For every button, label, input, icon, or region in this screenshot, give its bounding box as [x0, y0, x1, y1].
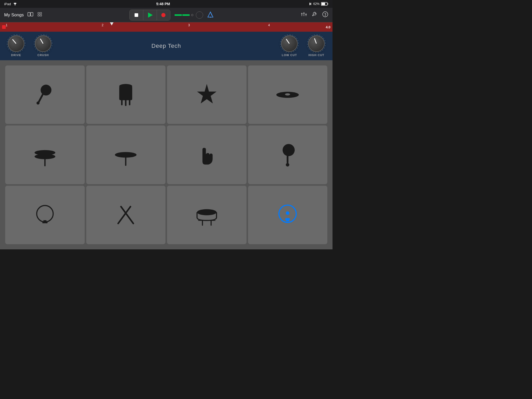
battery-label: 62% — [313, 2, 320, 6]
hihat-open-icon — [32, 142, 58, 168]
ruler-mark-3: 3 — [188, 23, 190, 27]
svg-point-23 — [36, 101, 39, 104]
pad-record-btn[interactable] — [248, 186, 328, 244]
pad-maraca2[interactable] — [248, 125, 328, 184]
bass-drum2-icon — [32, 202, 58, 228]
stop-icon — [135, 13, 138, 17]
svg-marker-10 — [208, 12, 213, 17]
svg-point-28 — [119, 84, 132, 88]
ruler: 1 2 3 4 — [6, 22, 326, 32]
pad-maraca[interactable] — [5, 65, 85, 124]
hihat-closed-icon — [113, 142, 139, 168]
my-songs-button[interactable]: My Songs — [4, 12, 24, 18]
svg-point-52 — [286, 211, 289, 215]
bluetooth-icon — [309, 2, 312, 6]
pad-hand-stop[interactable] — [167, 125, 247, 184]
toolbar: My Songs — [0, 8, 332, 22]
view-single-button[interactable] — [28, 12, 33, 18]
record-button[interactable] — [157, 10, 170, 20]
wifi-icon — [13, 2, 17, 5]
drive-knob[interactable] — [8, 35, 24, 52]
svg-line-43 — [118, 207, 131, 224]
instrument-header: DRIVE CRUSH Deep Tech LOW CUT HIGH CUT — [0, 32, 332, 60]
transport-controls — [129, 10, 214, 21]
svg-line-44 — [121, 207, 134, 224]
instrument-name-display: Deep Tech — [62, 43, 271, 49]
svg-point-31 — [285, 93, 290, 95]
hand-stop-icon — [194, 142, 220, 168]
timeline[interactable]: 1 2 3 4 4.0 — [0, 22, 332, 32]
svg-line-11 — [210, 12, 212, 16]
svg-point-0 — [15, 5, 16, 5]
playhead — [110, 22, 114, 25]
drive-label: DRIVE — [11, 54, 21, 57]
low-cut-label: LOW CUT — [282, 54, 297, 57]
transport-group — [129, 10, 170, 21]
pad-bass-drum2[interactable] — [5, 186, 85, 244]
svg-rect-41 — [43, 220, 46, 222]
status-time: 5:48 PM — [156, 2, 170, 6]
svg-rect-42 — [42, 222, 48, 223]
status-right: 62% — [309, 2, 328, 6]
svg-point-39 — [286, 163, 289, 167]
high-cut-label: HIGH CUT — [308, 54, 324, 57]
battery-icon — [321, 2, 328, 6]
low-cut-knob-indicator — [286, 39, 290, 44]
high-cut-knob-indicator — [314, 38, 317, 44]
drive-knob-indicator — [12, 39, 16, 44]
svg-rect-2 — [327, 3, 328, 5]
svg-marker-29 — [197, 84, 216, 103]
pad-drumsticks[interactable] — [86, 186, 166, 244]
play-button[interactable] — [143, 10, 157, 20]
svg-rect-38 — [287, 155, 289, 164]
high-cut-knob-group: HIGH CUT — [308, 35, 325, 57]
svg-rect-9 — [40, 15, 42, 16]
instrument-name: Deep Tech — [151, 43, 181, 49]
crush-knob-group: CRUSH — [35, 35, 51, 57]
svg-point-45 — [197, 209, 216, 215]
help-button[interactable] — [322, 11, 328, 19]
pad-cymbal-flat[interactable] — [248, 65, 328, 124]
stop-button[interactable] — [130, 10, 143, 20]
svg-line-22 — [39, 94, 43, 102]
crush-knob-indicator — [40, 38, 44, 44]
pad-bass-drum[interactable] — [86, 65, 166, 124]
view-grid-button[interactable] — [37, 12, 43, 18]
record-icon — [161, 13, 165, 17]
drumsticks-icon — [113, 202, 139, 228]
status-bar: iPad 5:48 PM 62% — [0, 0, 332, 8]
meter-bar-1 — [175, 14, 182, 16]
pad-star-hit[interactable] — [167, 65, 247, 124]
toolbar-left: My Songs — [4, 12, 43, 18]
snare-icon — [194, 202, 220, 228]
record-btn-icon — [275, 202, 301, 228]
svg-rect-51 — [286, 220, 289, 221]
crush-knob[interactable] — [35, 35, 51, 52]
svg-point-33 — [35, 154, 55, 159]
cymbal-flat-icon — [275, 82, 301, 108]
star-hit-icon — [194, 82, 220, 108]
svg-rect-6 — [38, 12, 39, 14]
low-cut-knob[interactable] — [281, 35, 298, 52]
meter-dot — [191, 14, 193, 16]
timeline-end-value: 4.0 — [326, 25, 330, 29]
pad-hihat-closed[interactable] — [86, 125, 166, 184]
svg-point-12 — [210, 17, 211, 18]
maraca-icon — [32, 82, 58, 108]
svg-rect-7 — [40, 12, 42, 14]
svg-rect-3 — [321, 3, 325, 5]
pad-hihat-open[interactable] — [5, 125, 85, 184]
headphone-icon — [196, 11, 203, 19]
high-cut-knob[interactable] — [308, 35, 325, 52]
svg-rect-4 — [28, 12, 30, 16]
status-left: iPad — [4, 2, 17, 6]
pad-snare[interactable] — [167, 186, 247, 244]
meter-bars — [175, 14, 190, 16]
ruler-mark-2: 2 — [102, 23, 104, 27]
device-label: iPad — [4, 2, 11, 6]
crush-label: CRUSH — [37, 54, 49, 57]
bass-drum-icon — [113, 82, 139, 108]
wrench-button[interactable] — [312, 11, 317, 18]
main-content — [0, 60, 332, 249]
mixer-button[interactable] — [301, 11, 307, 18]
